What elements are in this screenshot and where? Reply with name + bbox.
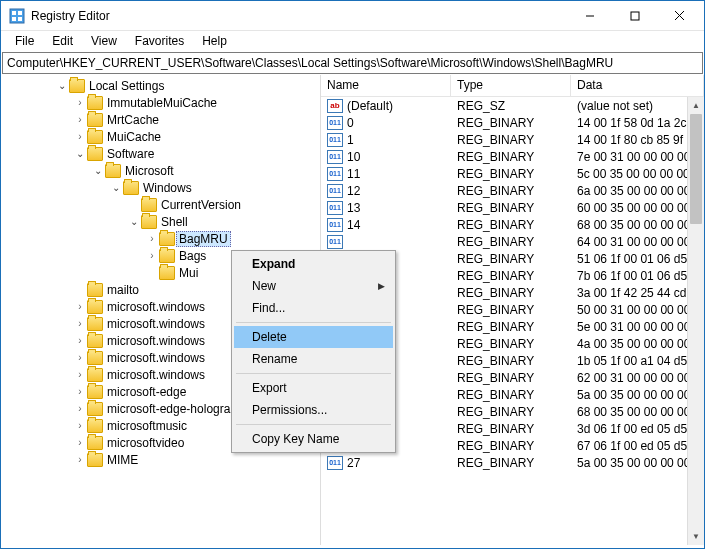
folder-icon	[87, 130, 103, 144]
svg-rect-6	[631, 12, 639, 20]
chevron-right-icon[interactable]: ›	[73, 318, 87, 329]
binary-value-icon: 011	[327, 116, 343, 130]
chevron-right-icon[interactable]: ›	[73, 114, 87, 125]
tree-item[interactable]: ⌄Local Settings	[1, 77, 320, 94]
folder-icon	[159, 249, 175, 263]
scroll-down-button[interactable]: ▼	[688, 528, 704, 545]
chevron-right-icon[interactable]: ›	[73, 131, 87, 142]
folder-icon	[87, 96, 103, 110]
svg-rect-2	[18, 11, 22, 15]
close-button[interactable]	[657, 2, 702, 30]
ctx-find[interactable]: Find...	[234, 297, 393, 319]
chevron-right-icon[interactable]: ›	[73, 97, 87, 108]
value-data: 5e 00 31 00 00 00 00	[571, 320, 704, 334]
chevron-down-icon[interactable]: ⌄	[73, 148, 87, 159]
window-title: Registry Editor	[31, 9, 567, 23]
value-type: REG_BINARY	[451, 337, 571, 351]
value-row[interactable]: ab(Default)REG_SZ(value not set)	[321, 97, 704, 114]
vertical-scrollbar[interactable]: ▲ ▼	[687, 97, 704, 545]
chevron-right-icon[interactable]: ›	[73, 403, 87, 414]
value-type: REG_BINARY	[451, 303, 571, 317]
ctx-new[interactable]: New▶	[234, 275, 393, 297]
chevron-down-icon[interactable]: ⌄	[91, 165, 105, 176]
value-type: REG_BINARY	[451, 456, 571, 470]
ctx-copy-key-name[interactable]: Copy Key Name	[234, 428, 393, 450]
menu-favorites[interactable]: Favorites	[127, 32, 192, 50]
chevron-right-icon[interactable]: ›	[73, 301, 87, 312]
value-row[interactable]: 01111REG_BINARY5c 00 35 00 00 00 00	[321, 165, 704, 182]
column-headers[interactable]: Name Type Data	[321, 75, 704, 97]
value-row[interactable]: 01110REG_BINARY7e 00 31 00 00 00 00	[321, 148, 704, 165]
folder-icon	[105, 164, 121, 178]
tree-item[interactable]: ›MIME	[1, 451, 320, 468]
value-name: 1	[347, 133, 451, 147]
chevron-down-icon[interactable]: ⌄	[127, 216, 141, 227]
ctx-delete[interactable]: Delete	[234, 326, 393, 348]
value-row[interactable]: 01127REG_BINARY5a 00 35 00 00 00 00	[321, 454, 704, 471]
tree-item-label: microsoft.windows	[107, 351, 205, 365]
col-name[interactable]: Name	[321, 75, 451, 96]
value-data: 7e 00 31 00 00 00 00	[571, 150, 704, 164]
menu-edit[interactable]: Edit	[44, 32, 81, 50]
tree-item[interactable]: ⌄Windows	[1, 179, 320, 196]
tree-item[interactable]: ›MuiCache	[1, 128, 320, 145]
tree-item-label: microsoftmusic	[107, 419, 187, 433]
chevron-right-icon[interactable]: ›	[145, 250, 159, 261]
minimize-button[interactable]	[567, 2, 612, 30]
address-bar[interactable]: Computer\HKEY_CURRENT_USER\Software\Clas…	[2, 52, 703, 74]
tree-item[interactable]: ⌄Shell	[1, 213, 320, 230]
tree-item[interactable]: ⌄Microsoft	[1, 162, 320, 179]
tree-item[interactable]: CurrentVersion	[1, 196, 320, 213]
value-row[interactable]: 01114REG_BINARY68 00 35 00 00 00 00	[321, 216, 704, 233]
value-data: 67 06 1f 00 ed 05 d5	[571, 439, 704, 453]
ctx-rename[interactable]: Rename	[234, 348, 393, 370]
folder-icon	[141, 198, 157, 212]
value-row[interactable]: 01112REG_BINARY6a 00 35 00 00 00 00	[321, 182, 704, 199]
menu-help[interactable]: Help	[194, 32, 235, 50]
folder-icon	[87, 368, 103, 382]
binary-value-icon: 011	[327, 456, 343, 470]
tree-item[interactable]: ⌄Software	[1, 145, 320, 162]
menu-file[interactable]: File	[7, 32, 42, 50]
ctx-separator	[236, 373, 391, 374]
chevron-right-icon[interactable]: ›	[73, 352, 87, 363]
folder-icon	[87, 283, 103, 297]
chevron-down-icon[interactable]: ⌄	[109, 182, 123, 193]
scroll-up-button[interactable]: ▲	[688, 97, 704, 114]
chevron-right-icon[interactable]: ›	[73, 335, 87, 346]
chevron-right-icon[interactable]: ›	[73, 369, 87, 380]
menu-view[interactable]: View	[83, 32, 125, 50]
value-type: REG_BINARY	[451, 184, 571, 198]
chevron-right-icon[interactable]: ›	[73, 454, 87, 465]
app-icon	[9, 8, 25, 24]
value-row[interactable]: 011REG_BINARY64 00 31 00 00 00 00	[321, 233, 704, 250]
chevron-down-icon[interactable]: ⌄	[55, 80, 69, 91]
value-name: 10	[347, 150, 451, 164]
chevron-right-icon[interactable]: ›	[73, 437, 87, 448]
value-type: REG_BINARY	[451, 252, 571, 266]
scroll-thumb[interactable]	[690, 114, 702, 224]
maximize-button[interactable]	[612, 2, 657, 30]
tree-item[interactable]: ›MrtCache	[1, 111, 320, 128]
tree-item-label: Windows	[143, 181, 192, 195]
folder-icon	[123, 181, 139, 195]
chevron-right-icon[interactable]: ›	[73, 386, 87, 397]
col-data[interactable]: Data	[571, 75, 704, 96]
ctx-expand[interactable]: Expand	[234, 253, 393, 275]
folder-icon	[87, 385, 103, 399]
value-row[interactable]: 0110REG_BINARY14 00 1f 58 0d 1a 2c	[321, 114, 704, 131]
value-data: 5c 00 35 00 00 00 00	[571, 167, 704, 181]
value-data: 64 00 31 00 00 00 00	[571, 235, 704, 249]
ctx-permissions[interactable]: Permissions...	[234, 399, 393, 421]
value-row[interactable]: 0111REG_BINARY14 00 1f 80 cb 85 9f 6	[321, 131, 704, 148]
col-type[interactable]: Type	[451, 75, 571, 96]
tree-item[interactable]: ›ImmutableMuiCache	[1, 94, 320, 111]
chevron-right-icon[interactable]: ›	[73, 420, 87, 431]
value-row[interactable]: 01113REG_BINARY60 00 35 00 00 00 00	[321, 199, 704, 216]
ctx-export[interactable]: Export	[234, 377, 393, 399]
context-menu: Expand New▶ Find... Delete Rename Export…	[231, 250, 396, 453]
value-type: REG_BINARY	[451, 405, 571, 419]
value-type: REG_BINARY	[451, 167, 571, 181]
tree-item[interactable]: ›BagMRU	[1, 230, 320, 247]
chevron-right-icon[interactable]: ›	[145, 233, 159, 244]
